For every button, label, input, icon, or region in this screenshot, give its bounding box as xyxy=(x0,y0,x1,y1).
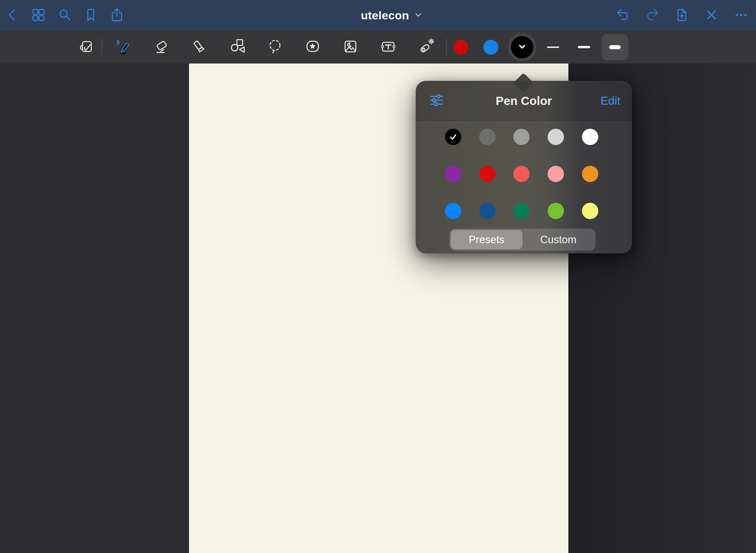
text-tool-button[interactable] xyxy=(379,38,398,57)
add-page-icon xyxy=(674,7,690,24)
chevron-down-icon xyxy=(518,42,527,52)
lasso-tool-button[interactable] xyxy=(265,38,285,57)
pen-tool-button[interactable] xyxy=(115,38,134,57)
tool-bar xyxy=(0,31,756,64)
pen-color-option-coral[interactable] xyxy=(513,166,530,182)
pen-color-option-teal[interactable] xyxy=(513,203,530,219)
pen-color-option-gray[interactable] xyxy=(513,129,530,145)
pen-color-option-red[interactable] xyxy=(479,166,496,182)
tool-group xyxy=(77,31,435,64)
pen-color-swatch-red[interactable] xyxy=(453,40,468,55)
search-button[interactable] xyxy=(57,7,72,23)
tab-custom[interactable]: Custom xyxy=(522,230,594,249)
shapes-tool-button[interactable] xyxy=(228,38,247,57)
page-thumbnails-button[interactable] xyxy=(31,7,46,23)
pen-color-option-purple[interactable] xyxy=(445,166,461,182)
sliders-icon xyxy=(429,92,445,109)
pen-color-swatch-black-selected[interactable] xyxy=(508,33,536,61)
thick-stroke-icon xyxy=(609,45,621,49)
undo-button[interactable] xyxy=(615,7,631,23)
eraser-icon xyxy=(153,37,171,57)
pen-color-option-dark-gray[interactable] xyxy=(479,129,496,145)
checkmark-icon xyxy=(447,131,459,143)
laser-pointer-icon xyxy=(417,37,435,57)
redo-button[interactable] xyxy=(645,7,660,23)
chevron-down-icon xyxy=(414,11,423,20)
popover-header: Pen Color Edit xyxy=(416,81,632,121)
stroke-width-medium-button[interactable] xyxy=(578,35,590,59)
stroke-width-thin-button[interactable] xyxy=(547,35,559,59)
pen-color-swatch-blue[interactable] xyxy=(483,40,498,55)
tab-presets[interactable]: Presets xyxy=(451,230,522,249)
toolbar-divider xyxy=(101,38,102,55)
eraser-tool-button[interactable] xyxy=(152,38,171,57)
sticker-star-icon xyxy=(304,37,322,57)
search-icon xyxy=(57,7,72,24)
lasso-icon xyxy=(266,37,284,57)
highlighter-icon xyxy=(190,37,209,57)
popover-title: Pen Color xyxy=(416,94,632,108)
topbar-left-group xyxy=(4,0,125,31)
medium-stroke-icon xyxy=(578,46,590,48)
pen-color-option-light-gray[interactable] xyxy=(548,129,564,145)
bookmark-button[interactable] xyxy=(83,7,99,23)
thin-stroke-icon xyxy=(547,47,559,48)
pen-color-option-white[interactable] xyxy=(582,129,598,145)
document-title-group[interactable]: utelecon xyxy=(361,9,422,22)
pen-color-option-orange[interactable] xyxy=(582,166,598,182)
pen-bluetooth-icon xyxy=(115,37,133,57)
image-tool-button[interactable] xyxy=(341,38,360,57)
undo-icon xyxy=(615,7,631,24)
back-chevron-icon xyxy=(4,7,20,24)
bookmark-icon xyxy=(83,7,99,24)
toolbar-divider xyxy=(446,38,447,55)
presets-custom-segmented-control: PresetsCustom xyxy=(449,229,596,251)
grid-icon xyxy=(31,7,46,24)
pen-color-option-green[interactable] xyxy=(548,203,564,219)
pen-color-option-pink[interactable] xyxy=(548,166,564,182)
edit-colors-button[interactable]: Edit xyxy=(600,94,620,107)
pen-settings-button[interactable] xyxy=(427,91,446,110)
topbar-right-group xyxy=(615,0,749,31)
elements-tool-button[interactable] xyxy=(303,38,322,57)
selected-color-circle xyxy=(511,36,533,58)
goodnotes-app-window: utelecon xyxy=(0,0,756,553)
text-icon xyxy=(379,37,397,57)
pen-color-option-navy[interactable] xyxy=(479,203,496,219)
ellipsis-icon xyxy=(733,7,749,24)
document-title: utelecon xyxy=(361,9,409,22)
canvas-area: Pen Color Edit PresetsCustom xyxy=(0,64,756,553)
pen-color-option-yellow[interactable] xyxy=(582,203,598,219)
image-icon xyxy=(341,37,360,57)
stylus-disabled-button[interactable] xyxy=(704,7,719,23)
shapes-icon xyxy=(228,37,246,57)
back-button[interactable] xyxy=(4,7,20,23)
edit-mode-icon xyxy=(77,37,96,57)
add-page-button[interactable] xyxy=(674,7,690,23)
edit-mode-toggle-button[interactable] xyxy=(77,38,96,57)
pen-color-option-blue[interactable] xyxy=(445,203,461,219)
pen-color-option-black[interactable] xyxy=(445,129,461,145)
share-icon xyxy=(109,7,125,24)
redo-icon xyxy=(645,7,660,24)
stylus-crossed-icon xyxy=(704,7,719,24)
pen-color-popover: Pen Color Edit PresetsCustom xyxy=(416,81,632,253)
laser-pointer-button[interactable] xyxy=(416,38,435,57)
highlighter-tool-button[interactable] xyxy=(190,38,209,57)
stroke-width-thick-button-selected[interactable] xyxy=(602,34,628,60)
share-button[interactable] xyxy=(109,7,125,23)
top-navigation-bar: utelecon xyxy=(0,0,756,31)
more-options-button[interactable] xyxy=(733,7,749,23)
